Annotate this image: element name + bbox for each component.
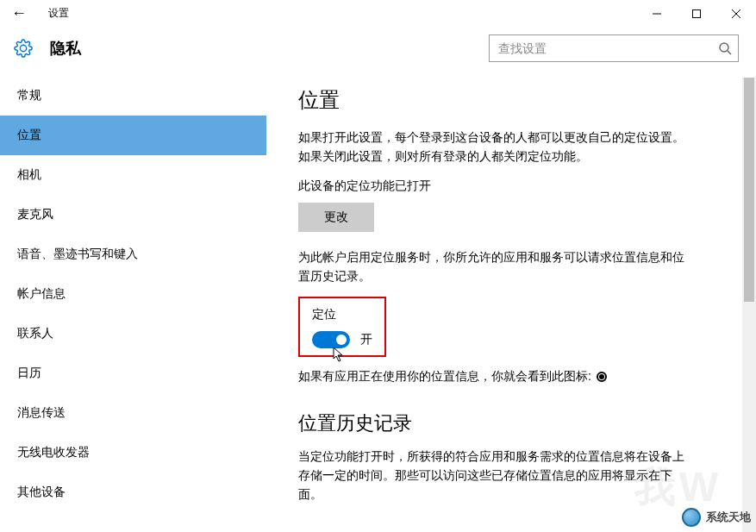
sidebar-item-9[interactable]: 无线电收发器 <box>0 433 266 473</box>
content: 位置 如果打开此设置，每个登录到这台设备的人都可以更改自己的定位设置。如果关闭此… <box>267 76 756 530</box>
cursor-icon <box>333 347 345 362</box>
sidebar-item-3[interactable]: 麦克风 <box>0 195 266 235</box>
header: 隐私 <box>0 28 756 76</box>
sidebar-item-6[interactable]: 联系人 <box>0 314 266 354</box>
toggle-knob <box>336 335 347 345</box>
scrollbar-thumb[interactable] <box>744 78 754 302</box>
sidebar-item-5[interactable]: 帐户信息 <box>0 274 266 314</box>
search-wrap <box>489 34 739 62</box>
search-icon <box>718 41 732 55</box>
section-title-history: 位置历史记录 <box>298 410 730 436</box>
highlight-box: 定位 开 <box>298 297 386 357</box>
toggle-label: 定位 <box>312 307 372 322</box>
maximize-icon <box>692 9 701 18</box>
close-button[interactable] <box>716 0 756 28</box>
gear-icon <box>14 39 33 58</box>
scrollbar[interactable] <box>742 78 756 532</box>
location-indicator-icon <box>597 372 607 382</box>
svg-point-4 <box>720 43 728 52</box>
change-button[interactable]: 更改 <box>298 203 374 232</box>
page-title: 隐私 <box>50 38 81 59</box>
sidebar-item-1[interactable]: 位置 <box>0 116 266 155</box>
search-input[interactable] <box>489 34 739 62</box>
body: 常规位置相机麦克风语音、墨迹书写和键入帐户信息联系人日历消息传送无线电收发器其他… <box>0 76 756 530</box>
account-location-description: 为此帐户启用定位服务时，你所允许的应用和服务可以请求位置信息和位置历史记录。 <box>298 247 695 286</box>
sidebar-item-4[interactable]: 语音、墨迹书写和键入 <box>0 235 266 274</box>
toggle-row: 开 <box>312 331 372 348</box>
toggle-state-text: 开 <box>360 332 372 347</box>
close-icon <box>732 9 740 18</box>
window-titlebar: ← 设置 <box>0 0 756 28</box>
sidebar-item-7[interactable]: 日历 <box>0 354 266 393</box>
sidebar-item-0[interactable]: 常规 <box>0 76 266 116</box>
titlebar-left: ← 设置 <box>0 5 69 22</box>
location-toggle[interactable] <box>312 331 350 348</box>
indicator-row: 如果有应用正在使用你的位置信息，你就会看到此图标: <box>298 369 730 385</box>
indicator-text: 如果有应用正在使用你的位置信息，你就会看到此图标: <box>298 369 591 385</box>
minimize-icon <box>653 9 661 18</box>
minimize-button[interactable] <box>637 0 677 28</box>
back-button[interactable]: ← <box>10 5 28 22</box>
device-location-status: 此设备的定位功能已打开 <box>298 178 730 194</box>
section-title-location: 位置 <box>298 86 730 114</box>
maximize-button[interactable] <box>677 0 716 28</box>
sidebar: 常规位置相机麦克风语音、墨迹书写和键入帐户信息联系人日历消息传送无线电收发器其他… <box>0 76 267 530</box>
history-description: 当定位功能打开时，所获得的符合应用和服务需求的位置信息将在设备上存储一定的时间。… <box>298 447 695 504</box>
window-controls <box>637 0 756 28</box>
svg-rect-1 <box>693 9 701 17</box>
header-left: 隐私 <box>14 38 81 59</box>
svg-line-5 <box>728 51 731 54</box>
location-description: 如果打开此设置，每个登录到这台设备的人都可以更改自己的定位设置。如果关闭此设置，… <box>298 128 695 166</box>
sidebar-item-8[interactable]: 消息传送 <box>0 393 266 433</box>
sidebar-item-10[interactable]: 其他设备 <box>0 473 266 512</box>
sidebar-item-2[interactable]: 相机 <box>0 155 266 195</box>
window-title: 设置 <box>48 6 69 21</box>
